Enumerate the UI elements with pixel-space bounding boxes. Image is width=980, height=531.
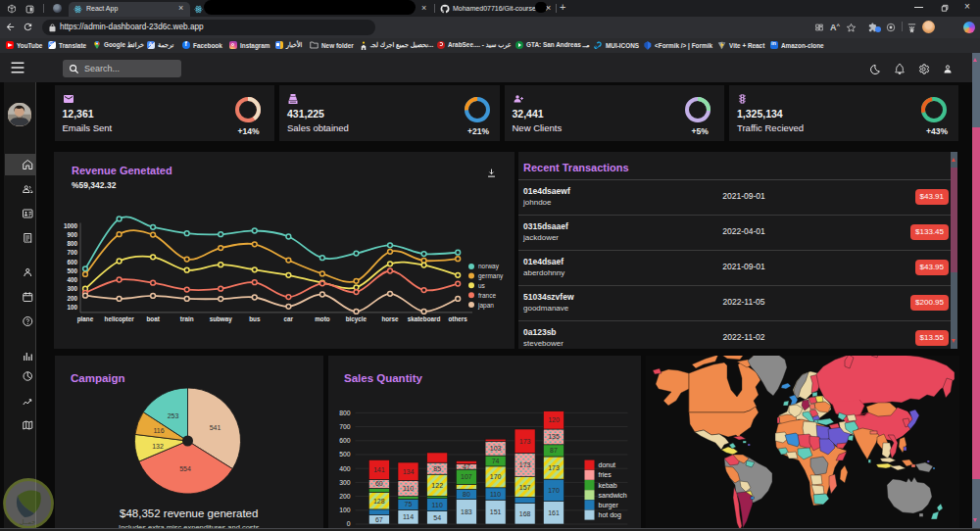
svg-text:300: 300 — [67, 285, 77, 292]
svg-text:114: 114 — [402, 513, 413, 520]
svg-text:400: 400 — [67, 276, 77, 283]
svg-text:135: 135 — [548, 433, 560, 440]
svg-text:183: 183 — [461, 508, 472, 515]
svg-text:others: others — [448, 315, 467, 322]
svg-text:541: 541 — [210, 424, 221, 431]
svg-text:100: 100 — [67, 304, 77, 311]
svg-text:554: 554 — [179, 465, 191, 472]
svg-text:subway: subway — [210, 315, 233, 323]
svg-text:110: 110 — [402, 485, 413, 492]
svg-text:87: 87 — [550, 447, 558, 454]
svg-text:bicycle: bicycle — [346, 315, 368, 323]
svg-text:122: 122 — [431, 482, 443, 489]
svg-text:500: 500 — [339, 451, 351, 458]
svg-text:116: 116 — [153, 427, 164, 434]
svg-text:54: 54 — [433, 514, 441, 521]
svg-text:fries: fries — [598, 471, 612, 478]
svg-text:173: 173 — [518, 438, 530, 445]
svg-text:800: 800 — [67, 240, 77, 247]
svg-text:france: france — [478, 292, 496, 299]
svg-text:boat: boat — [146, 315, 160, 322]
svg-text:600: 600 — [67, 259, 77, 266]
svg-text:400: 400 — [339, 465, 351, 472]
svg-text:200: 200 — [67, 295, 77, 302]
svg-text:helicopter: helicopter — [105, 315, 135, 323]
svg-text:107: 107 — [461, 473, 472, 480]
svg-text:700: 700 — [339, 423, 351, 430]
svg-text:800: 800 — [339, 410, 351, 416]
svg-text:110: 110 — [431, 502, 442, 508]
svg-text:hot dog: hot dog — [598, 511, 620, 519]
svg-text:120: 120 — [548, 416, 560, 423]
svg-text:67: 67 — [374, 516, 382, 523]
svg-text:60: 60 — [374, 480, 382, 487]
svg-text:141: 141 — [372, 466, 384, 473]
svg-text:horse: horse — [381, 315, 399, 322]
svg-text:car: car — [284, 315, 294, 322]
svg-text:700: 700 — [67, 249, 77, 256]
svg-text:train: train — [180, 315, 194, 322]
svg-text:173: 173 — [548, 464, 560, 471]
svg-text:168: 168 — [518, 510, 530, 517]
svg-text:103: 103 — [489, 445, 501, 452]
svg-text:donut: donut — [598, 461, 615, 468]
svg-text:300: 300 — [339, 479, 351, 486]
svg-text:norway: norway — [478, 263, 500, 270]
svg-text:80: 80 — [463, 491, 470, 498]
svg-text:japan: japan — [477, 302, 494, 310]
svg-text:151: 151 — [489, 508, 501, 515]
svg-text:600: 600 — [339, 437, 351, 444]
svg-text:74: 74 — [491, 458, 499, 464]
svg-text:1000: 1000 — [64, 222, 78, 229]
svg-text:75: 75 — [404, 501, 412, 507]
svg-text:us: us — [478, 282, 486, 289]
svg-text:100: 100 — [339, 507, 351, 513]
svg-text:157: 157 — [518, 484, 530, 491]
svg-text:132: 132 — [152, 443, 164, 450]
svg-text:161: 161 — [548, 509, 560, 516]
svg-text:900: 900 — [67, 231, 77, 238]
svg-text:128: 128 — [372, 498, 384, 505]
svg-text:plane: plane — [77, 315, 94, 323]
svg-text:170: 170 — [548, 487, 560, 494]
svg-text:burger: burger — [598, 502, 618, 509]
svg-text:sandwich: sandwich — [598, 492, 626, 499]
svg-text:kebab: kebab — [598, 482, 616, 489]
svg-text:170: 170 — [489, 473, 501, 480]
svg-text:85: 85 — [433, 465, 441, 472]
svg-text:173: 173 — [518, 461, 530, 468]
svg-text:200: 200 — [339, 493, 351, 500]
svg-text:germany: germany — [478, 272, 504, 280]
svg-text:253: 253 — [168, 412, 179, 419]
svg-text:500: 500 — [67, 267, 77, 274]
svg-text:moto: moto — [315, 315, 330, 322]
svg-text:حمــل: حمــل — [20, 518, 36, 525]
svg-text:skateboard: skateboard — [408, 315, 441, 322]
svg-text:0: 0 — [346, 520, 350, 527]
svg-text:110: 110 — [490, 491, 501, 498]
svg-text:bus: bus — [249, 315, 261, 322]
svg-text:134: 134 — [402, 468, 414, 475]
